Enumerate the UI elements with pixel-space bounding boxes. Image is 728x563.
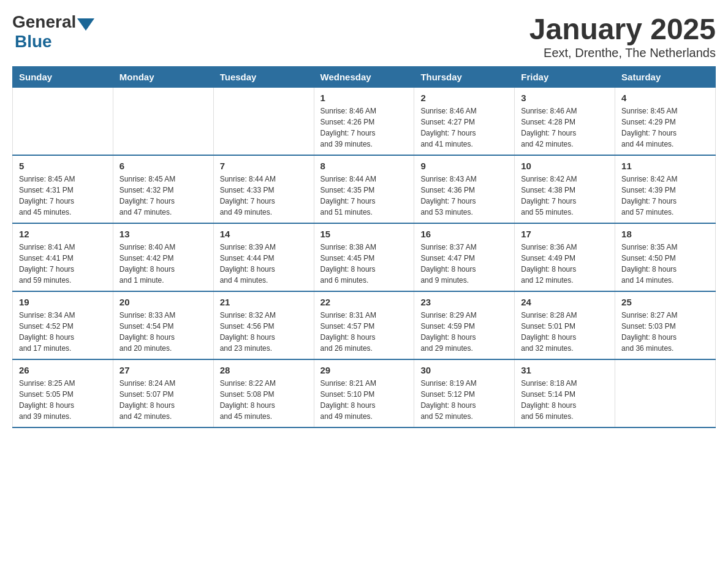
- day-number: 13: [119, 229, 207, 239]
- logo-blue: Blue: [15, 32, 94, 52]
- calendar-table: Sunday Monday Tuesday Wednesday Thursday…: [12, 66, 716, 428]
- table-row: 14Sunrise: 8:39 AM Sunset: 4:44 PM Dayli…: [213, 223, 314, 291]
- table-row: 22Sunrise: 8:31 AM Sunset: 4:57 PM Dayli…: [314, 291, 414, 359]
- day-info: Sunrise: 8:46 AM Sunset: 4:26 PM Dayligh…: [320, 105, 408, 150]
- day-info: Sunrise: 8:44 AM Sunset: 4:33 PM Dayligh…: [220, 174, 308, 218]
- day-number: 10: [521, 161, 609, 171]
- table-row: 28Sunrise: 8:22 AM Sunset: 5:08 PM Dayli…: [213, 359, 314, 427]
- logo-general: General: [12, 12, 76, 32]
- logo-triangle-icon: [77, 18, 94, 31]
- col-monday: Monday: [113, 67, 213, 88]
- table-row: 6Sunrise: 8:45 AM Sunset: 4:32 PM Daylig…: [113, 155, 213, 223]
- day-info: Sunrise: 8:40 AM Sunset: 4:42 PM Dayligh…: [119, 242, 207, 286]
- title-block: January 2025 Eext, Drenthe, The Netherla…: [529, 12, 716, 60]
- day-info: Sunrise: 8:37 AM Sunset: 4:47 PM Dayligh…: [420, 242, 508, 286]
- day-info: Sunrise: 8:29 AM Sunset: 4:59 PM Dayligh…: [420, 310, 508, 354]
- table-row: 11Sunrise: 8:42 AM Sunset: 4:39 PM Dayli…: [615, 155, 716, 223]
- day-number: 30: [420, 365, 508, 375]
- table-row: 7Sunrise: 8:44 AM Sunset: 4:33 PM Daylig…: [213, 155, 314, 223]
- table-row: 10Sunrise: 8:42 AM Sunset: 4:38 PM Dayli…: [515, 155, 615, 223]
- table-row: 15Sunrise: 8:38 AM Sunset: 4:45 PM Dayli…: [314, 223, 414, 291]
- calendar-week-row: 5Sunrise: 8:45 AM Sunset: 4:31 PM Daylig…: [13, 155, 716, 223]
- table-row: [13, 88, 113, 156]
- table-row: 30Sunrise: 8:19 AM Sunset: 5:12 PM Dayli…: [414, 359, 515, 427]
- calendar-week-row: 12Sunrise: 8:41 AM Sunset: 4:41 PM Dayli…: [13, 223, 716, 291]
- day-number: 18: [621, 229, 709, 239]
- day-number: 24: [521, 297, 609, 307]
- day-info: Sunrise: 8:42 AM Sunset: 4:39 PM Dayligh…: [621, 174, 709, 218]
- table-row: 24Sunrise: 8:28 AM Sunset: 5:01 PM Dayli…: [515, 291, 615, 359]
- day-number: 27: [119, 365, 207, 375]
- col-tuesday: Tuesday: [213, 67, 314, 88]
- table-row: 12Sunrise: 8:41 AM Sunset: 4:41 PM Dayli…: [13, 223, 113, 291]
- day-info: Sunrise: 8:22 AM Sunset: 5:08 PM Dayligh…: [220, 378, 308, 422]
- calendar-header-row: Sunday Monday Tuesday Wednesday Thursday…: [13, 67, 716, 88]
- day-number: 9: [420, 161, 508, 171]
- table-row: 13Sunrise: 8:40 AM Sunset: 4:42 PM Dayli…: [113, 223, 213, 291]
- table-row: 27Sunrise: 8:24 AM Sunset: 5:07 PM Dayli…: [113, 359, 213, 427]
- day-info: Sunrise: 8:21 AM Sunset: 5:10 PM Dayligh…: [320, 378, 408, 422]
- day-number: 15: [320, 229, 408, 239]
- table-row: 26Sunrise: 8:25 AM Sunset: 5:05 PM Dayli…: [13, 359, 113, 427]
- table-row: [615, 359, 716, 427]
- calendar-subtitle: Eext, Drenthe, The Netherlands: [529, 46, 716, 60]
- day-number: 8: [320, 161, 408, 171]
- table-row: 8Sunrise: 8:44 AM Sunset: 4:35 PM Daylig…: [314, 155, 414, 223]
- day-info: Sunrise: 8:24 AM Sunset: 5:07 PM Dayligh…: [119, 378, 207, 422]
- day-number: 20: [119, 297, 207, 307]
- logo: General Blue: [12, 12, 94, 52]
- table-row: 16Sunrise: 8:37 AM Sunset: 4:47 PM Dayli…: [414, 223, 515, 291]
- day-info: Sunrise: 8:44 AM Sunset: 4:35 PM Dayligh…: [320, 174, 408, 218]
- day-number: 16: [420, 229, 508, 239]
- table-row: 17Sunrise: 8:36 AM Sunset: 4:49 PM Dayli…: [515, 223, 615, 291]
- day-info: Sunrise: 8:42 AM Sunset: 4:38 PM Dayligh…: [521, 174, 609, 218]
- day-number: 26: [19, 365, 107, 375]
- day-number: 6: [119, 161, 207, 171]
- day-info: Sunrise: 8:43 AM Sunset: 4:36 PM Dayligh…: [420, 174, 508, 218]
- day-number: 31: [521, 365, 609, 375]
- day-number: 28: [220, 365, 308, 375]
- day-number: 2: [420, 93, 508, 103]
- day-number: 1: [320, 93, 408, 103]
- col-wednesday: Wednesday: [314, 67, 414, 88]
- table-row: 31Sunrise: 8:18 AM Sunset: 5:14 PM Dayli…: [515, 359, 615, 427]
- table-row: 3Sunrise: 8:46 AM Sunset: 4:28 PM Daylig…: [515, 88, 615, 156]
- table-row: 4Sunrise: 8:45 AM Sunset: 4:29 PM Daylig…: [615, 88, 716, 156]
- day-info: Sunrise: 8:27 AM Sunset: 5:03 PM Dayligh…: [621, 310, 709, 354]
- day-info: Sunrise: 8:32 AM Sunset: 4:56 PM Dayligh…: [220, 310, 308, 354]
- calendar-week-row: 19Sunrise: 8:34 AM Sunset: 4:52 PM Dayli…: [13, 291, 716, 359]
- table-row: 21Sunrise: 8:32 AM Sunset: 4:56 PM Dayli…: [213, 291, 314, 359]
- day-number: 25: [621, 297, 709, 307]
- calendar-week-row: 26Sunrise: 8:25 AM Sunset: 5:05 PM Dayli…: [13, 359, 716, 427]
- day-number: 3: [521, 93, 609, 103]
- day-info: Sunrise: 8:25 AM Sunset: 5:05 PM Dayligh…: [19, 378, 107, 422]
- table-row: 25Sunrise: 8:27 AM Sunset: 5:03 PM Dayli…: [615, 291, 716, 359]
- table-row: 1Sunrise: 8:46 AM Sunset: 4:26 PM Daylig…: [314, 88, 414, 156]
- day-info: Sunrise: 8:28 AM Sunset: 5:01 PM Dayligh…: [521, 310, 609, 354]
- table-row: 19Sunrise: 8:34 AM Sunset: 4:52 PM Dayli…: [13, 291, 113, 359]
- day-info: Sunrise: 8:36 AM Sunset: 4:49 PM Dayligh…: [521, 242, 609, 286]
- table-row: 20Sunrise: 8:33 AM Sunset: 4:54 PM Dayli…: [113, 291, 213, 359]
- day-info: Sunrise: 8:46 AM Sunset: 4:28 PM Dayligh…: [521, 105, 609, 150]
- day-info: Sunrise: 8:45 AM Sunset: 4:32 PM Dayligh…: [119, 174, 207, 218]
- day-info: Sunrise: 8:41 AM Sunset: 4:41 PM Dayligh…: [19, 242, 107, 286]
- day-info: Sunrise: 8:18 AM Sunset: 5:14 PM Dayligh…: [521, 378, 609, 422]
- day-number: 17: [521, 229, 609, 239]
- day-info: Sunrise: 8:46 AM Sunset: 4:27 PM Dayligh…: [420, 105, 508, 150]
- day-number: 14: [220, 229, 308, 239]
- day-info: Sunrise: 8:35 AM Sunset: 4:50 PM Dayligh…: [621, 242, 709, 286]
- table-row: 5Sunrise: 8:45 AM Sunset: 4:31 PM Daylig…: [13, 155, 113, 223]
- table-row: 29Sunrise: 8:21 AM Sunset: 5:10 PM Dayli…: [314, 359, 414, 427]
- day-info: Sunrise: 8:33 AM Sunset: 4:54 PM Dayligh…: [119, 310, 207, 354]
- calendar-week-row: 1Sunrise: 8:46 AM Sunset: 4:26 PM Daylig…: [13, 88, 716, 156]
- col-sunday: Sunday: [13, 67, 113, 88]
- col-friday: Friday: [515, 67, 615, 88]
- page-header: General Blue January 2025 Eext, Drenthe,…: [12, 12, 716, 60]
- table-row: 2Sunrise: 8:46 AM Sunset: 4:27 PM Daylig…: [414, 88, 515, 156]
- table-row: 9Sunrise: 8:43 AM Sunset: 4:36 PM Daylig…: [414, 155, 515, 223]
- day-number: 21: [220, 297, 308, 307]
- day-number: 19: [19, 297, 107, 307]
- day-number: 11: [621, 161, 709, 171]
- day-number: 7: [220, 161, 308, 171]
- day-number: 22: [320, 297, 408, 307]
